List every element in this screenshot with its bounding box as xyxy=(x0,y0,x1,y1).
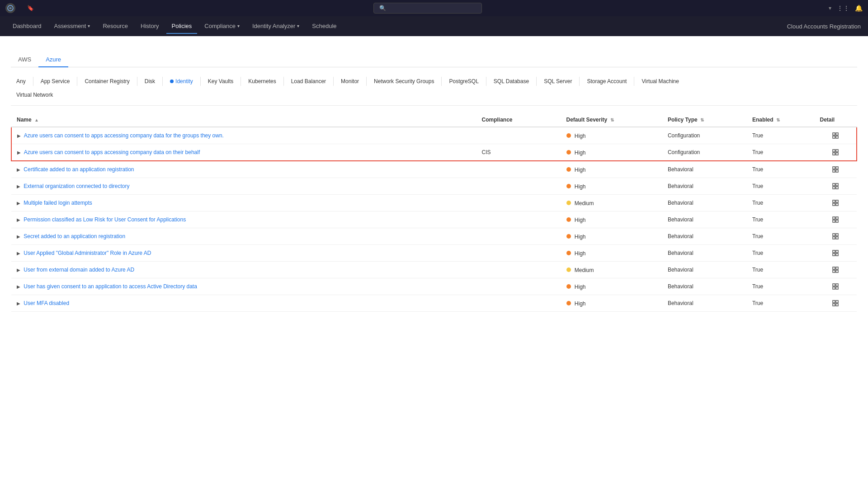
filter-network-security-groups[interactable]: Network Security Groups xyxy=(368,76,439,86)
bell-icon[interactable]: 🔔 xyxy=(855,5,863,12)
expand-detail-icon[interactable] xyxy=(820,149,851,156)
policy-link[interactable]: Azure users can consent to apps accessin… xyxy=(24,132,224,139)
row-detail[interactable] xyxy=(814,195,857,211)
expand-icon[interactable]: ▶ xyxy=(17,251,20,256)
policy-link[interactable]: Secret added to an application registrat… xyxy=(24,233,125,239)
policy-link[interactable]: User has given consent to an application… xyxy=(24,283,197,290)
table-row[interactable]: ▶ External organization connected to dir… xyxy=(11,178,857,195)
filter-virtual-network[interactable]: Virtual Network xyxy=(11,90,857,100)
svg-rect-25 xyxy=(833,234,835,236)
row-detail[interactable] xyxy=(814,228,857,245)
policy-link[interactable]: User Applied "Global Administrator" Role… xyxy=(24,250,151,256)
expand-icon[interactable]: ▶ xyxy=(17,150,21,155)
policy-link[interactable]: Multiple failed login attempts xyxy=(24,200,92,206)
table-row[interactable]: ▶ User has given consent to an applicati… xyxy=(11,278,857,295)
filter-identity[interactable]: Identity xyxy=(165,76,198,86)
expand-detail-icon[interactable] xyxy=(820,216,851,223)
filter-key-vaults[interactable]: Key Vaults xyxy=(203,76,239,86)
policy-link[interactable]: Azure users can consent to apps accessin… xyxy=(24,149,200,155)
nav-dashboard[interactable]: Dashboard xyxy=(7,19,47,34)
severity-label: High xyxy=(575,149,586,155)
expand-detail-icon[interactable] xyxy=(820,283,851,290)
col-header-enabled[interactable]: Enabled ⇅ xyxy=(747,113,815,127)
nav-policies[interactable]: Policies xyxy=(166,19,198,34)
expand-detail-icon[interactable] xyxy=(820,166,851,173)
row-detail[interactable] xyxy=(814,144,857,161)
table-row[interactable]: ▶ User Applied "Global Administrator" Ro… xyxy=(11,245,857,262)
row-detail[interactable] xyxy=(814,295,857,312)
expand-icon[interactable]: ▶ xyxy=(17,184,20,189)
table-row[interactable]: ▶ Multiple failed login attempts Medium … xyxy=(11,195,857,211)
expand-detail-icon[interactable] xyxy=(820,233,851,240)
tab-azure[interactable]: Azure xyxy=(38,52,68,67)
table-row[interactable]: ▶ Permission classified as Low Risk for … xyxy=(11,211,857,228)
expand-detail-icon[interactable] xyxy=(820,183,851,190)
expand-detail-icon[interactable] xyxy=(820,266,851,273)
filter-monitor[interactable]: Monitor xyxy=(335,76,364,86)
expand-detail-icon[interactable] xyxy=(820,199,851,206)
table-row[interactable]: ▶ Azure users can consent to apps access… xyxy=(11,144,857,161)
expand-detail-icon[interactable] xyxy=(820,300,851,307)
row-compliance xyxy=(476,228,561,245)
customer-id-dropdown[interactable]: ▾ xyxy=(827,5,831,11)
severity-dot xyxy=(566,133,571,138)
tab-aws[interactable]: AWS xyxy=(11,52,38,67)
nav-identity-analyzer[interactable]: Identity Analyzer ▾ xyxy=(247,19,305,34)
cloud-accounts-registration[interactable]: Cloud Accounts Registration xyxy=(787,23,861,30)
policy-link[interactable]: User MFA disabled xyxy=(24,300,69,306)
policy-link[interactable]: Certificate added to an application regi… xyxy=(24,166,134,173)
expand-icon[interactable]: ▶ xyxy=(17,217,20,222)
policy-link[interactable]: External organization connected to direc… xyxy=(24,183,129,189)
row-detail[interactable] xyxy=(814,278,857,295)
filter-container-registry[interactable]: Container Registry xyxy=(79,76,135,86)
table-row[interactable]: ▶ Certificate added to an application re… xyxy=(11,161,857,178)
table-row[interactable]: ▶ Azure users can consent to apps access… xyxy=(11,127,857,144)
filter-load-balancer[interactable]: Load Balancer xyxy=(286,76,331,86)
filter-sql-database[interactable]: SQL Database xyxy=(488,76,534,86)
global-search-bar[interactable]: 🔍 xyxy=(373,3,482,14)
filter-postgresql[interactable]: PostgreSQL xyxy=(443,76,484,86)
filter-storage-account[interactable]: Storage Account xyxy=(581,76,632,86)
filter-kubernetes[interactable]: Kubernetes xyxy=(243,76,281,86)
severity-dot xyxy=(566,167,571,172)
expand-icon[interactable]: ▶ xyxy=(17,133,21,138)
table-row[interactable]: ▶ User from external domain added to Azu… xyxy=(11,262,857,278)
expand-icon[interactable]: ▶ xyxy=(17,234,20,239)
col-header-name[interactable]: Name ▲ xyxy=(11,113,476,127)
svg-rect-36 xyxy=(836,270,838,272)
row-detail[interactable] xyxy=(814,262,857,278)
nav-compliance[interactable]: Compliance ▾ xyxy=(199,19,245,34)
expand-icon[interactable]: ▶ xyxy=(17,284,20,289)
expand-icon[interactable]: ▶ xyxy=(17,267,20,272)
svg-rect-12 xyxy=(836,170,838,172)
filter-virtual-machine[interactable]: Virtual Machine xyxy=(636,76,684,86)
bookmark-icon[interactable]: 🔖 xyxy=(27,5,34,11)
expand-icon[interactable]: ▶ xyxy=(17,167,20,172)
nav-schedule[interactable]: Schedule xyxy=(307,19,342,34)
filter-sql-server[interactable]: SQL Server xyxy=(538,76,577,86)
row-detail[interactable] xyxy=(814,245,857,262)
nav-history[interactable]: History xyxy=(135,19,164,34)
policy-table-container[interactable]: Name ▲ Compliance Default Severity ⇅ Pol… xyxy=(11,113,857,312)
row-detail[interactable] xyxy=(814,211,857,228)
row-detail[interactable] xyxy=(814,178,857,195)
table-row[interactable]: ▶ Secret added to an application registr… xyxy=(11,228,857,245)
col-header-severity[interactable]: Default Severity ⇅ xyxy=(561,113,662,127)
filter-sep-2 xyxy=(77,77,77,86)
policy-link[interactable]: Permission classified as Low Risk for Us… xyxy=(24,216,186,223)
nav-resource[interactable]: Resource xyxy=(97,19,133,34)
col-header-policy-type[interactable]: Policy Type ⇅ xyxy=(662,113,747,127)
row-detail[interactable] xyxy=(814,127,857,144)
expand-detail-icon[interactable] xyxy=(820,132,851,139)
filter-app-service[interactable]: App Service xyxy=(35,76,75,86)
expand-detail-icon[interactable] xyxy=(820,249,851,257)
policy-link[interactable]: User from external domain added to Azure… xyxy=(24,267,134,273)
expand-icon[interactable]: ▶ xyxy=(17,201,20,206)
expand-icon[interactable]: ▶ xyxy=(17,301,20,306)
filter-any[interactable]: Any xyxy=(11,76,31,86)
table-row[interactable]: ▶ User MFA disabled High Behavioral True xyxy=(11,295,857,312)
nav-assessment[interactable]: Assessment ▾ xyxy=(49,19,96,34)
grid-icon[interactable]: ⋮⋮ xyxy=(837,5,849,12)
row-detail[interactable] xyxy=(814,161,857,178)
filter-disk[interactable]: Disk xyxy=(139,76,160,86)
